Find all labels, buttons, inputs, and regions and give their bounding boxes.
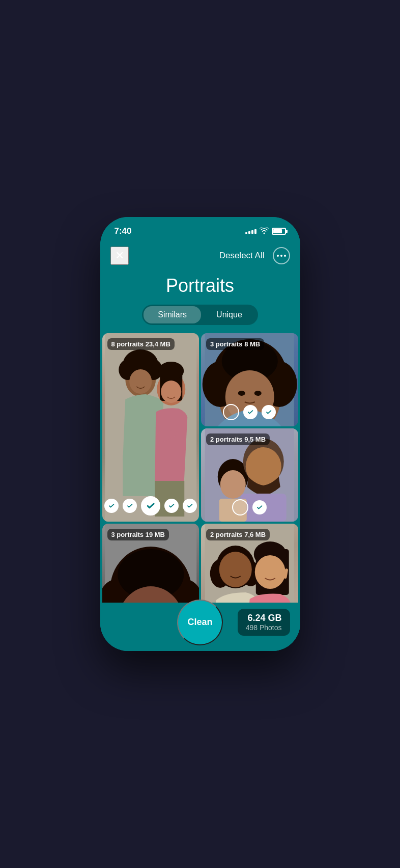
svg-point-13: [158, 362, 184, 380]
check-item-empty[interactable]: [223, 404, 239, 420]
photos-grid: 8 portraits 23,4 MB: [100, 333, 300, 603]
tabs-bar: Similars Unique: [100, 305, 300, 333]
deselect-all-button[interactable]: Deselect All: [219, 251, 265, 261]
status-time: 7:40: [115, 226, 132, 236]
photo-card-4[interactable]: 3 portraits 19 MB: [102, 524, 199, 603]
stats-size: 6.24 GB: [246, 613, 282, 623]
photos-area: 8 portraits 23,4 MB: [100, 333, 300, 603]
page-title: Portraits: [100, 271, 300, 305]
check-item[interactable]: [164, 499, 179, 513]
close-button[interactable]: ✕: [110, 247, 129, 265]
check-item[interactable]: [104, 499, 119, 513]
svg-point-10: [129, 369, 152, 394]
check-item-empty[interactable]: [232, 499, 248, 516]
card1-label: 8 portraits 23,4 MB: [107, 338, 175, 350]
clean-button[interactable]: Clean: [177, 600, 223, 645]
tabs-container: Similars Unique: [142, 305, 258, 325]
stats-count: 498 Photos: [246, 623, 282, 632]
more-options-button[interactable]: [273, 247, 290, 264]
wifi-icon: [260, 227, 269, 236]
svg-point-15: [161, 381, 181, 403]
check-item[interactable]: [183, 499, 197, 513]
svg-point-1: [280, 255, 282, 257]
battery-icon: [272, 228, 286, 235]
check-item[interactable]: [252, 500, 267, 514]
nav-right: Deselect All: [219, 247, 290, 264]
check-item-large[interactable]: [141, 496, 160, 516]
signal-icon: [245, 229, 256, 234]
svg-point-50: [219, 552, 252, 587]
check-item[interactable]: [262, 405, 276, 419]
svg-point-8: [128, 350, 153, 372]
app-content: ✕ Deselect All Portraits Similars Unique: [100, 242, 300, 651]
tab-unique[interactable]: Unique: [202, 306, 256, 323]
photo-card-2[interactable]: 3 portraits 8 MB: [201, 333, 298, 426]
card3-checks: [201, 499, 298, 516]
card4-label: 3 portraits 19 MB: [107, 529, 169, 540]
card2-label: 3 portraits 8 MB: [206, 338, 264, 350]
card3-label: 2 portraits 9,5 MB: [206, 433, 270, 445]
stats-badge: 6.24 GB 498 Photos: [238, 609, 290, 636]
bottom-bar: Clean 6.24 GB 498 Photos: [100, 603, 300, 651]
svg-point-0: [277, 255, 279, 257]
tab-similars[interactable]: Similars: [144, 306, 201, 323]
svg-point-24: [254, 391, 262, 396]
photo-card-5[interactable]: 2 portraits 7,6 MB: [201, 524, 298, 603]
card2-checks: [201, 404, 298, 420]
svg-point-2: [284, 255, 286, 257]
svg-point-23: [238, 391, 245, 396]
photo-card-3[interactable]: 2 portraits 9,5 MB: [201, 428, 298, 522]
top-nav: ✕ Deselect All: [100, 242, 300, 271]
check-item[interactable]: [123, 499, 137, 513]
card5-label: 2 portraits 7,6 MB: [206, 529, 270, 540]
card1-checks: [102, 496, 199, 516]
svg-point-27: [220, 470, 246, 499]
photo-card-1[interactable]: 8 portraits 23,4 MB: [102, 333, 199, 522]
phone-frame: 7:40 ✕: [100, 217, 300, 651]
status-bar: 7:40: [100, 217, 300, 242]
status-icons: [245, 227, 286, 236]
check-item[interactable]: [243, 405, 258, 419]
